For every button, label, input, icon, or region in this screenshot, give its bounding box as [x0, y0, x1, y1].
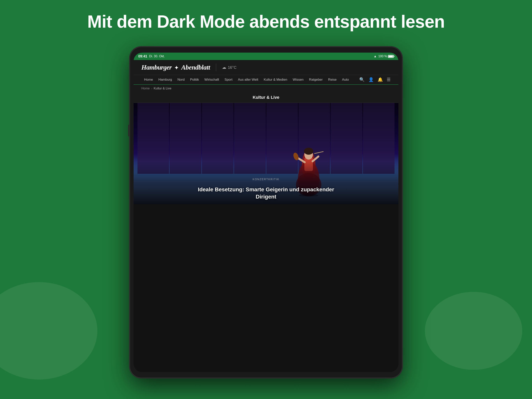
svg-point-8 [293, 152, 299, 161]
hero-image: KONZERTKRITIK Ideale Besetzung: Smarte G… [133, 103, 399, 204]
nav-politik[interactable]: Politik [187, 75, 202, 84]
nav-sport[interactable]: Sport [222, 75, 235, 84]
breadcrumb-home[interactable]: Home [141, 87, 150, 90]
logo-emblem: ✦ [174, 65, 178, 71]
article-title-line2: Dirigent [256, 194, 276, 200]
bell-icon[interactable]: 🔔 [378, 77, 383, 82]
decorative-blob-left [0, 282, 97, 380]
article-category-tag: KONZERTKRITIK [253, 178, 279, 181]
hero-container: KONZERTKRITIK Ideale Besetzung: Smarte G… [133, 103, 399, 204]
battery-fill [388, 56, 393, 57]
nav-wissen[interactable]: Wissen [290, 75, 306, 84]
weather-widget: ☁ 16°C [222, 65, 237, 70]
weather-icon: ☁ [222, 65, 226, 70]
decorative-blob-right [425, 292, 522, 370]
battery-icon [388, 55, 394, 58]
battery-display: 100 % [378, 55, 394, 58]
section-title: Kultur & Live [133, 92, 399, 103]
nav-links: Home Hamburg Nord Politik Wirtschaft Spo… [141, 75, 351, 84]
nav-kultur-medien[interactable]: Kultur & Medien [261, 75, 290, 84]
breadcrumb-separator: › [151, 87, 152, 90]
nav-nord[interactable]: Nord [175, 75, 187, 84]
nav-wirtschaft[interactable]: Wirtschaft [202, 75, 222, 84]
breadcrumb-current: Kultur & Live [154, 87, 171, 90]
logo-text: Hamburger ✦ Abendblatt [141, 64, 210, 71]
status-bar: 09:41 Di. 30. Okt. ▲ 100 % [133, 53, 399, 60]
svg-point-5 [304, 148, 313, 155]
article-title-overlay: Ideale Besetzung: Smarte Geigerin und zu… [133, 186, 399, 200]
temperature: 16°C [228, 65, 237, 70]
nav-ratgeber[interactable]: Ratgeber [306, 75, 325, 84]
wifi-icon: ▲ [374, 55, 377, 58]
tablet-screen: 09:41 Di. 30. Okt. ▲ 100 % Hamburger [133, 53, 399, 372]
nav-bar: Home Hamburg Nord Politik Wirtschaft Spo… [133, 75, 399, 85]
nav-aus-aller-welt[interactable]: Aus aller Welt [235, 75, 261, 84]
status-bar-right: ▲ 100 % [374, 55, 394, 58]
status-bar-left: 09:41 Di. 30. Okt. [138, 54, 165, 58]
breadcrumb: Home › Kultur & Live [133, 85, 399, 92]
status-time: 09:41 [138, 54, 147, 58]
status-date: Di. 30. Okt. [149, 55, 165, 58]
tablet-shell: 09:41 Di. 30. Okt. ▲ 100 % Hamburger [130, 47, 402, 378]
nav-auto[interactable]: Auto [339, 75, 351, 84]
article-title-line1: Ideale Besetzung: Smarte Geigerin und zu… [198, 187, 334, 193]
app-header: Hamburger ✦ Abendblatt ☁ 16°C [133, 60, 399, 75]
svg-line-9 [315, 152, 323, 154]
tablet-side-button [128, 125, 130, 136]
user-icon[interactable]: 👤 [368, 77, 374, 82]
nav-reise[interactable]: Reise [325, 75, 339, 84]
search-icon[interactable]: 🔍 [359, 77, 365, 82]
nav-home[interactable]: Home [141, 75, 156, 84]
nav-hamburg[interactable]: Hamburg [156, 75, 175, 84]
header-divider [216, 64, 216, 71]
battery-percent: 100 % [378, 55, 387, 58]
page-headline: Mit dem Dark Mode abends entspannt lesen [0, 12, 532, 32]
nav-icons: 🔍 👤 🔔 ☰ [359, 77, 391, 82]
menu-icon[interactable]: ☰ [387, 77, 391, 82]
article-title: Ideale Besetzung: Smarte Geigerin und zu… [145, 186, 387, 200]
tablet-device: 09:41 Di. 30. Okt. ▲ 100 % Hamburger [130, 47, 402, 378]
